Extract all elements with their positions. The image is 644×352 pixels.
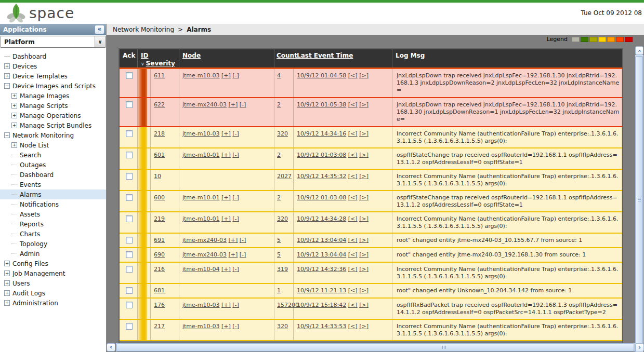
ack-checkbox[interactable]	[126, 72, 133, 79]
next-event-link[interactable]: [>]	[359, 215, 369, 222]
sidebar-item-dashboard[interactable]: Dashboard	[0, 51, 106, 61]
expand-icon[interactable]: +	[11, 142, 17, 148]
event-time-link[interactable]: 10/9/12 13:04:04	[297, 237, 346, 243]
prev-event-link[interactable]: [<]	[348, 101, 358, 108]
alarm-id-link[interactable]: 219	[154, 215, 165, 222]
event-time-link[interactable]: 10/9/12 14:32:36	[297, 266, 346, 273]
node-expand-link[interactable]: [+]	[221, 266, 231, 273]
sidebar-item-search[interactable]: Search	[0, 150, 106, 160]
alarm-node-link[interactable]: jtme-m10-03	[182, 323, 220, 330]
expand-icon[interactable]: +	[4, 261, 10, 266]
ack-checkbox[interactable]	[126, 130, 133, 137]
prev-event-link[interactable]: [<]	[348, 323, 358, 330]
next-event-link[interactable]: [>]	[359, 266, 369, 273]
next-event-link[interactable]: [>]	[359, 194, 369, 201]
prev-event-link[interactable]: [<]	[348, 266, 358, 273]
prev-event-link[interactable]: [<]	[348, 287, 358, 294]
prev-event-link[interactable]: [<]	[348, 237, 358, 243]
node-collapse-link[interactable]: [-]	[232, 266, 239, 273]
sidebar-item-node-list[interactable]: +Node List	[0, 140, 106, 150]
collapse-icon[interactable]: −	[4, 132, 10, 138]
node-expand-link[interactable]: [+]	[221, 215, 231, 222]
next-event-link[interactable]: [>]	[359, 251, 369, 258]
sidebar-item-audit-logs[interactable]: +Audit Logs	[0, 288, 106, 298]
ack-checkbox[interactable]	[126, 323, 133, 330]
node-collapse-link[interactable]: [-]	[232, 72, 239, 79]
prev-event-link[interactable]: [<]	[348, 130, 358, 137]
col-header-last-event-time[interactable]: Last Event Time	[297, 52, 353, 59]
event-time-link[interactable]: 10/9/12 11:21:13	[297, 287, 346, 294]
next-event-link[interactable]: [>]	[359, 287, 369, 294]
expand-icon[interactable]: +	[11, 123, 17, 128]
prev-event-link[interactable]: [<]	[348, 194, 358, 201]
ack-checkbox[interactable]	[126, 194, 133, 201]
alarm-id-link[interactable]: 681	[154, 287, 165, 294]
alarm-count-link[interactable]: 320	[277, 130, 288, 137]
alarm-count-link[interactable]: 2	[277, 194, 281, 201]
prev-event-link[interactable]: [<]	[348, 152, 358, 158]
alarm-id-link[interactable]: 218	[154, 130, 165, 137]
node-collapse-link[interactable]: [-]	[232, 323, 239, 330]
node-expand-link[interactable]: [+]	[221, 130, 231, 137]
sidebar-item-manage-images[interactable]: +Manage Images	[0, 91, 106, 101]
next-event-link[interactable]: [>]	[359, 72, 369, 79]
sidebar-item-alarms[interactable]: Alarms	[0, 189, 106, 199]
alarm-count-link[interactable]: 320	[277, 215, 288, 222]
ack-checkbox[interactable]	[126, 173, 133, 180]
node-collapse-link[interactable]: [-]	[232, 130, 239, 137]
next-event-link[interactable]: [>]	[359, 101, 369, 108]
col-header-severity[interactable]: Severity	[146, 60, 175, 67]
sidebar-item-admin[interactable]: Admin	[0, 249, 106, 259]
next-event-link[interactable]: [>]	[359, 152, 369, 158]
sidebar-item-charts[interactable]: Charts	[0, 229, 106, 239]
sidebar-item-config-files[interactable]: +Config Files	[0, 259, 106, 268]
sidebar-item-reports[interactable]: Reports	[0, 219, 106, 229]
node-expand-link[interactable]: [+]	[221, 194, 231, 201]
prev-event-link[interactable]: [<]	[348, 173, 358, 180]
sidebar-item-events[interactable]: Events	[0, 180, 106, 189]
alarm-node-link[interactable]: jtme-mx240-03	[182, 101, 227, 108]
vertical-scrollbar[interactable]: › ›	[635, 46, 643, 352]
node-collapse-link[interactable]: [-]	[232, 215, 239, 222]
prev-event-link[interactable]: [<]	[348, 72, 358, 79]
event-time-link[interactable]: 10/9/12 15:18:42	[297, 302, 346, 308]
horizontal-scrollbar[interactable]: › ›	[107, 343, 644, 351]
vertical-scrollbar-track[interactable]	[635, 55, 643, 345]
alarm-node-link[interactable]: jtme-m10-03	[182, 130, 220, 137]
alarm-count-link[interactable]: 2	[277, 101, 281, 108]
sidebar-item-device-images-and-scripts[interactable]: −Device Images and Scripts	[0, 81, 106, 91]
node-expand-link[interactable]: [+]	[229, 101, 238, 108]
sidebar-item-dashboard[interactable]: Dashboard	[0, 170, 106, 180]
expand-icon[interactable]: +	[11, 103, 17, 109]
alarm-count-link[interactable]: 2027	[277, 173, 292, 180]
node-expand-link[interactable]: [+]	[221, 72, 231, 79]
event-time-link[interactable]: 10/9/12 13:04:04	[297, 251, 346, 258]
next-event-link[interactable]: [>]	[359, 237, 369, 243]
alarm-count-link[interactable]: 1	[277, 287, 281, 294]
expand-icon[interactable]: +	[11, 93, 17, 99]
scroll-up-button[interactable]: ›	[635, 46, 643, 55]
event-time-link[interactable]: 10/9/12 14:33:53	[297, 323, 346, 330]
expand-icon[interactable]: +	[4, 280, 10, 286]
alarm-count-link[interactable]: 4	[277, 72, 281, 79]
sidebar-item-devices[interactable]: +Devices	[0, 61, 106, 71]
event-time-link[interactable]: 10/9/12 01:04:58	[297, 72, 346, 79]
node-expand-link[interactable]: [+]	[221, 302, 231, 308]
alarm-id-link[interactable]: 216	[154, 266, 165, 273]
ack-checkbox[interactable]	[126, 152, 133, 158]
alarm-id-link[interactable]: 176	[154, 302, 165, 308]
next-event-link[interactable]: [>]	[359, 323, 369, 330]
sidebar-item-device-templates[interactable]: +Device Templates	[0, 71, 106, 81]
sidebar-item-job-management[interactable]: +Job Management	[0, 268, 106, 278]
alarm-node-link[interactable]: jtme-mx240-03	[182, 251, 227, 258]
expand-icon[interactable]: +	[4, 270, 10, 276]
ack-checkbox[interactable]	[126, 251, 133, 258]
ack-checkbox[interactable]	[126, 101, 133, 108]
sidebar-item-assets[interactable]: Assets	[0, 209, 106, 219]
sidebar-item-notifications[interactable]: Notifications	[0, 199, 106, 209]
alarm-count-link[interactable]: 320	[277, 323, 288, 330]
ack-checkbox[interactable]	[126, 215, 133, 222]
alarm-node-link[interactable]: jtme-m10-04	[182, 266, 220, 273]
alarm-node-link[interactable]: jtme-m10-01	[182, 194, 220, 201]
expand-icon[interactable]: +	[11, 113, 17, 118]
